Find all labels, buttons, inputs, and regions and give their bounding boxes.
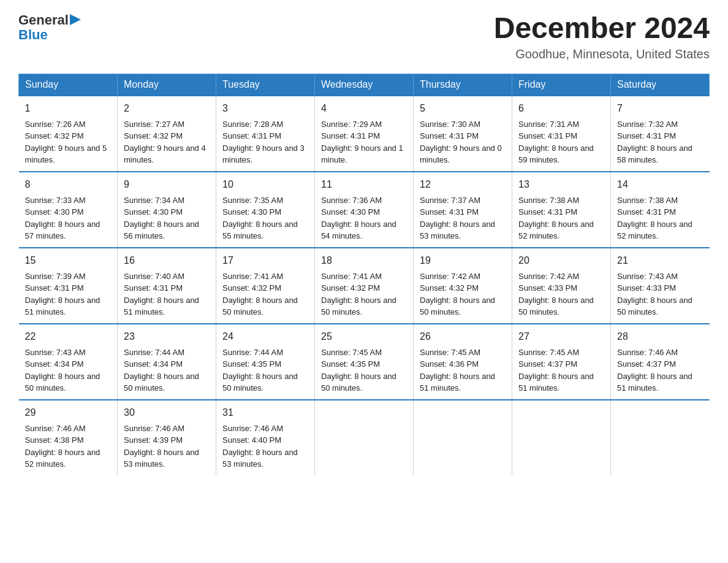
calendar-table: SundayMondayTuesdayWednesdayThursdayFrid… (18, 74, 710, 475)
day-info: Sunrise: 7:31 AMSunset: 4:31 PMDaylight:… (518, 120, 594, 165)
day-number: 2 (124, 101, 210, 116)
day-number: 20 (518, 253, 604, 268)
calendar-cell: 3Sunrise: 7:28 AMSunset: 4:31 PMDaylight… (216, 96, 315, 172)
calendar-cell: 20Sunrise: 7:42 AMSunset: 4:33 PMDayligh… (512, 248, 611, 324)
day-info: Sunrise: 7:46 AMSunset: 4:39 PMDaylight:… (124, 424, 199, 469)
calendar-cell: 8Sunrise: 7:33 AMSunset: 4:30 PMDaylight… (19, 172, 118, 248)
day-info: Sunrise: 7:37 AMSunset: 4:31 PMDaylight:… (420, 196, 495, 241)
calendar-subtitle: Goodhue, Minnesota, United States (494, 47, 710, 61)
calendar-cell: 4Sunrise: 7:29 AMSunset: 4:31 PMDaylight… (315, 96, 414, 172)
day-info: Sunrise: 7:45 AMSunset: 4:36 PMDaylight:… (420, 348, 495, 393)
calendar-cell: 27Sunrise: 7:45 AMSunset: 4:37 PMDayligh… (512, 324, 611, 400)
day-info: Sunrise: 7:40 AMSunset: 4:31 PMDaylight:… (124, 272, 199, 317)
calendar-cell: 11Sunrise: 7:36 AMSunset: 4:30 PMDayligh… (315, 172, 414, 248)
day-info: Sunrise: 7:46 AMSunset: 4:37 PMDaylight:… (617, 348, 692, 393)
calendar-cell: 5Sunrise: 7:30 AMSunset: 4:31 PMDaylight… (414, 96, 512, 172)
calendar-cell: 30Sunrise: 7:46 AMSunset: 4:39 PMDayligh… (118, 400, 216, 475)
day-number: 7 (617, 101, 703, 116)
day-info: Sunrise: 7:27 AMSunset: 4:32 PMDaylight:… (124, 120, 206, 165)
calendar-week-row: 15Sunrise: 7:39 AMSunset: 4:31 PMDayligh… (19, 248, 710, 324)
day-number: 29 (25, 405, 112, 420)
calendar-title: December 2024 (494, 12, 710, 45)
day-info: Sunrise: 7:33 AMSunset: 4:30 PMDaylight:… (25, 196, 100, 241)
calendar-cell: 24Sunrise: 7:44 AMSunset: 4:35 PMDayligh… (216, 324, 315, 400)
calendar-cell: 7Sunrise: 7:32 AMSunset: 4:31 PMDaylight… (611, 96, 710, 172)
weekday-header-wednesday: Wednesday (315, 74, 414, 96)
day-info: Sunrise: 7:41 AMSunset: 4:32 PMDaylight:… (222, 272, 298, 317)
calendar-cell: 25Sunrise: 7:45 AMSunset: 4:35 PMDayligh… (315, 324, 414, 400)
calendar-cell (414, 400, 512, 475)
day-number: 27 (518, 329, 604, 344)
day-info: Sunrise: 7:38 AMSunset: 4:31 PMDaylight:… (518, 196, 594, 241)
calendar-cell: 28Sunrise: 7:46 AMSunset: 4:37 PMDayligh… (611, 324, 710, 400)
day-info: Sunrise: 7:28 AMSunset: 4:31 PMDaylight:… (222, 120, 305, 165)
logo: General Blue (18, 12, 81, 43)
day-number: 1 (25, 101, 112, 116)
day-info: Sunrise: 7:42 AMSunset: 4:33 PMDaylight:… (518, 272, 594, 317)
page-header: General Blue December 2024 Goodhue, Minn… (18, 12, 710, 61)
logo-blue: Blue (18, 27, 48, 43)
calendar-cell: 22Sunrise: 7:43 AMSunset: 4:34 PMDayligh… (19, 324, 118, 400)
day-info: Sunrise: 7:44 AMSunset: 4:34 PMDaylight:… (124, 348, 199, 393)
day-number: 28 (617, 329, 703, 344)
calendar-cell: 17Sunrise: 7:41 AMSunset: 4:32 PMDayligh… (216, 248, 315, 324)
calendar-cell: 19Sunrise: 7:42 AMSunset: 4:32 PMDayligh… (414, 248, 512, 324)
day-number: 31 (222, 405, 308, 420)
day-info: Sunrise: 7:29 AMSunset: 4:31 PMDaylight:… (321, 120, 403, 165)
calendar-cell: 14Sunrise: 7:38 AMSunset: 4:31 PMDayligh… (611, 172, 710, 248)
day-number: 25 (321, 329, 407, 344)
day-info: Sunrise: 7:45 AMSunset: 4:35 PMDaylight:… (321, 348, 396, 393)
calendar-cell (315, 400, 414, 475)
day-number: 8 (25, 177, 112, 192)
calendar-week-row: 8Sunrise: 7:33 AMSunset: 4:30 PMDaylight… (19, 172, 710, 248)
day-info: Sunrise: 7:26 AMSunset: 4:32 PMDaylight:… (25, 120, 107, 165)
day-number: 6 (518, 101, 604, 116)
weekday-header-saturday: Saturday (611, 74, 710, 96)
day-info: Sunrise: 7:46 AMSunset: 4:38 PMDaylight:… (25, 424, 100, 469)
day-number: 3 (222, 101, 308, 116)
day-number: 9 (124, 177, 210, 192)
logo-general: General (18, 12, 69, 28)
weekday-header-sunday: Sunday (19, 74, 118, 96)
day-info: Sunrise: 7:34 AMSunset: 4:30 PMDaylight:… (124, 196, 199, 241)
day-number: 26 (420, 329, 506, 344)
day-number: 19 (420, 253, 506, 268)
day-number: 23 (124, 329, 210, 344)
calendar-week-row: 22Sunrise: 7:43 AMSunset: 4:34 PMDayligh… (19, 324, 710, 400)
day-number: 14 (617, 177, 703, 192)
day-info: Sunrise: 7:32 AMSunset: 4:31 PMDaylight:… (617, 120, 692, 165)
calendar-week-row: 29Sunrise: 7:46 AMSunset: 4:38 PMDayligh… (19, 400, 710, 475)
calendar-cell: 9Sunrise: 7:34 AMSunset: 4:30 PMDaylight… (118, 172, 216, 248)
calendar-cell: 31Sunrise: 7:46 AMSunset: 4:40 PMDayligh… (216, 400, 315, 475)
svg-marker-0 (70, 14, 81, 25)
weekday-header-friday: Friday (512, 74, 611, 96)
day-number: 16 (124, 253, 210, 268)
calendar-cell: 18Sunrise: 7:41 AMSunset: 4:32 PMDayligh… (315, 248, 414, 324)
calendar-cell: 13Sunrise: 7:38 AMSunset: 4:31 PMDayligh… (512, 172, 611, 248)
weekday-header-row: SundayMondayTuesdayWednesdayThursdayFrid… (19, 74, 710, 96)
day-info: Sunrise: 7:36 AMSunset: 4:30 PMDaylight:… (321, 196, 396, 241)
day-number: 12 (420, 177, 506, 192)
day-info: Sunrise: 7:35 AMSunset: 4:30 PMDaylight:… (222, 196, 298, 241)
calendar-cell (512, 400, 611, 475)
day-number: 10 (222, 177, 308, 192)
calendar-cell: 21Sunrise: 7:43 AMSunset: 4:33 PMDayligh… (611, 248, 710, 324)
day-info: Sunrise: 7:44 AMSunset: 4:35 PMDaylight:… (222, 348, 298, 393)
day-info: Sunrise: 7:42 AMSunset: 4:32 PMDaylight:… (420, 272, 495, 317)
day-number: 17 (222, 253, 308, 268)
day-info: Sunrise: 7:46 AMSunset: 4:40 PMDaylight:… (222, 424, 298, 469)
day-number: 11 (321, 177, 407, 192)
calendar-cell: 23Sunrise: 7:44 AMSunset: 4:34 PMDayligh… (118, 324, 216, 400)
day-info: Sunrise: 7:39 AMSunset: 4:31 PMDaylight:… (25, 272, 100, 317)
day-number: 18 (321, 253, 407, 268)
weekday-header-monday: Monday (118, 74, 216, 96)
day-info: Sunrise: 7:45 AMSunset: 4:37 PMDaylight:… (518, 348, 594, 393)
logo-triangle-icon (70, 14, 81, 25)
calendar-cell: 29Sunrise: 7:46 AMSunset: 4:38 PMDayligh… (19, 400, 118, 475)
calendar-cell (611, 400, 710, 475)
day-info: Sunrise: 7:43 AMSunset: 4:34 PMDaylight:… (25, 348, 100, 393)
day-number: 13 (518, 177, 604, 192)
calendar-week-row: 1Sunrise: 7:26 AMSunset: 4:32 PMDaylight… (19, 96, 710, 172)
day-info: Sunrise: 7:41 AMSunset: 4:32 PMDaylight:… (321, 272, 396, 317)
day-number: 24 (222, 329, 308, 344)
